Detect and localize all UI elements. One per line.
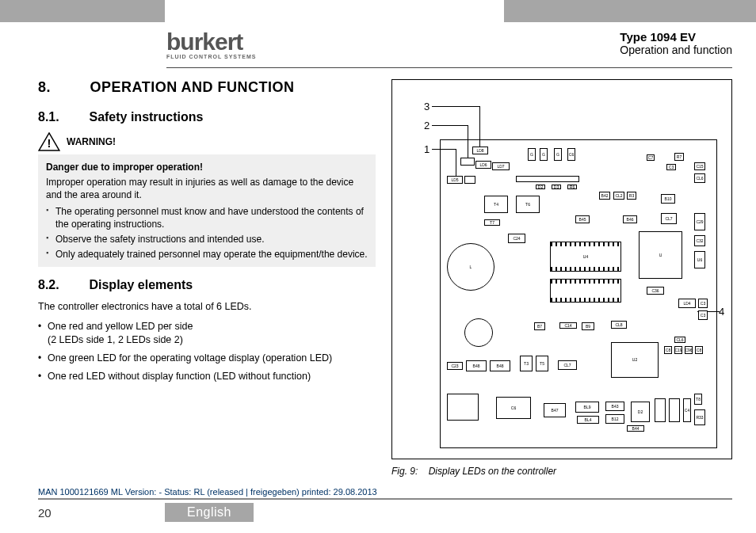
subsection-display: 8.2. Display elements: [38, 278, 376, 292]
page-number: 20: [38, 506, 165, 520]
callout-3: 3: [424, 101, 430, 112]
page-header: burkert FLUID CONTROL SYSTEMS Type 1094 …: [166, 30, 732, 68]
main-content: 8. OPERATION AND FUNCTION 8.1. Safety in…: [38, 79, 732, 485]
figure-number: Fig. 9:: [391, 466, 418, 477]
danger-body: Improper operation may result in injurie…: [46, 176, 368, 201]
callout-line: [432, 106, 479, 107]
figure-caption-text: Display LEDs on the controller: [429, 466, 556, 477]
section-title-text: OPERATION AND FUNCTION: [90, 79, 295, 95]
danger-title: Danger due to improper operation!: [46, 161, 368, 173]
warning-header: ! WARNING!: [38, 132, 376, 151]
pcb-outline: LD8 LD6 LD7 LD5 G G G C6 C7 R7 C3 C15 CL…: [440, 139, 717, 448]
callout-4: 4: [719, 306, 724, 318]
section-number: 8.: [38, 79, 86, 96]
right-column: 3 2 1 4 LD8 LD6 LD7 LD5 G G: [391, 79, 732, 485]
brand-name: burkert: [166, 30, 256, 54]
warning-bullet: Only adequately trained personnel may op…: [46, 248, 368, 261]
warning-bullet: Observe the safety instructions and inte…: [46, 233, 368, 246]
warning-box: Danger due to improper operation! Improp…: [38, 154, 376, 267]
display-bullets: One red and yellow LED per side (2 LEDs …: [38, 320, 376, 383]
warning-bullet: The operating personnel must know and ha…: [46, 205, 368, 230]
brand-logo: burkert FLUID CONTROL SYSTEMS: [166, 30, 256, 59]
warning-bullets: The operating personnel must know and ha…: [46, 205, 368, 261]
doc-type: Type 1094 EV: [620, 30, 732, 44]
display-bullet: One red LED without display function (LE…: [38, 370, 376, 383]
top-decor-bars: [0, 0, 756, 22]
svg-text:!: !: [48, 137, 52, 150]
doc-identity: Type 1094 EV Operation and function: [620, 30, 732, 56]
figure-caption: Fig. 9: Display LEDs on the controller: [391, 466, 732, 477]
warning-icon: !: [38, 132, 60, 151]
subsection-number: 8.2.: [38, 278, 86, 292]
subsection-number: 8.1.: [38, 110, 86, 124]
warning-label: WARNING!: [67, 136, 376, 147]
top-bar-right: [504, 0, 756, 22]
figure-pcb: 3 2 1 4 LD8 LD6 LD7 LD5 G G: [391, 79, 732, 459]
left-column: 8. OPERATION AND FUNCTION 8.1. Safety in…: [38, 79, 376, 485]
display-bullet: One green LED for the operating voltage …: [38, 352, 376, 365]
top-bar-left: [0, 0, 165, 22]
footer-row: 20 English: [38, 503, 732, 522]
subsection-title: Safety instructions: [89, 110, 203, 124]
language-tab: English: [165, 503, 254, 522]
display-intro: The controller electronics have a total …: [38, 300, 376, 314]
footer-metadata: MAN 1000121669 ML Version: - Status: RL …: [38, 487, 732, 500]
doc-section-name: Operation and function: [620, 44, 732, 56]
display-bullet: One red and yellow LED per side (2 LEDs …: [38, 320, 376, 347]
brand-tagline: FLUID CONTROL SYSTEMS: [166, 54, 256, 59]
subsection-safety: 8.1. Safety instructions: [38, 110, 376, 124]
callout-2: 2: [424, 120, 430, 131]
subsection-title: Display elements: [89, 278, 193, 291]
section-heading: 8. OPERATION AND FUNCTION: [38, 79, 376, 96]
callout-line: [432, 125, 468, 126]
callout-1: 1: [424, 143, 430, 155]
